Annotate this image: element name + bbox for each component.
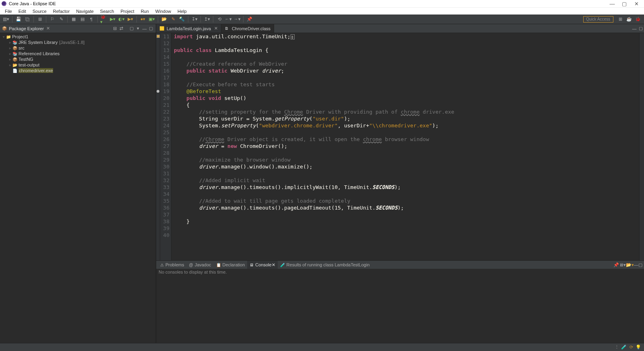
maximize-editor-icon[interactable]: ▢: [638, 24, 644, 33]
window-restore-button[interactable]: ▢: [618, 1, 630, 7]
forward-icon[interactable]: →▾: [233, 16, 241, 23]
updates-icon[interactable]: ⟳: [628, 345, 634, 350]
last-edit-icon[interactable]: ⟲: [216, 16, 223, 23]
tree-node-label: src: [19, 46, 25, 50]
menu-help[interactable]: Help: [174, 9, 190, 14]
window-minimize-button[interactable]: —: [606, 1, 618, 7]
wand-icon[interactable]: ✎: [58, 16, 65, 23]
menu-file[interactable]: File: [2, 9, 15, 14]
trim-vertical-dots-icon[interactable]: ⋮: [613, 345, 620, 350]
new-java-class-icon[interactable]: ●▾: [139, 16, 147, 23]
close-bottom-tab-icon[interactable]: ✕: [272, 262, 275, 268]
menu-search[interactable]: Search: [97, 9, 118, 14]
bottom-tab[interactable]: 🖥Console ✕: [247, 261, 277, 269]
menu-window[interactable]: Window: [152, 9, 174, 14]
coverage-icon[interactable]: ◐▾: [118, 16, 125, 23]
tree-item[interactable]: 📄chromedriver.exe: [0, 68, 156, 73]
tree-arrow-icon[interactable]: ▹: [8, 46, 12, 50]
tree-node-icon: 📦: [12, 46, 18, 50]
maximize-console-icon[interactable]: ▢: [638, 262, 642, 268]
link-editor-icon[interactable]: ⇄: [118, 26, 124, 31]
toggle-breadcrumb-icon[interactable]: ⊞: [36, 16, 43, 23]
bottom-tab-label: Results of running class LambdaTestLogin: [287, 262, 370, 267]
external-tools-icon[interactable]: ▶▾: [127, 16, 134, 23]
minimize-editor-icon[interactable]: —: [631, 24, 638, 33]
debug-icon[interactable]: 🐞▾: [100, 16, 107, 23]
bottom-tab-label: Declaration: [223, 262, 245, 267]
maximize-view-icon[interactable]: ▢: [148, 26, 154, 31]
close-tab-icon[interactable]: ✕: [214, 26, 218, 31]
pin-editor-icon[interactable]: 📌: [246, 16, 253, 23]
tree-arrow-icon[interactable]: ▹: [8, 63, 12, 67]
tree-arrow-icon[interactable]: ▹: [8, 41, 12, 44]
back-icon[interactable]: ←▾: [225, 16, 232, 23]
focus-task-icon[interactable]: ▢: [128, 26, 135, 31]
overview-ruler[interactable]: [639, 33, 644, 260]
save-icon[interactable]: 💾: [15, 16, 22, 23]
menu-source[interactable]: Source: [29, 9, 50, 14]
window-titlebar: Core Java - Eclipse IDE — ▢ ✕: [0, 0, 644, 7]
display-selected-console-icon[interactable]: 🖥▾: [619, 262, 626, 268]
tree-node-label: TestNG: [19, 57, 33, 62]
window-close-button[interactable]: ✕: [630, 1, 642, 7]
prev-annotation-icon[interactable]: ↥▾: [203, 16, 211, 23]
window-title: Core Java - Eclipse IDE: [9, 1, 56, 6]
open-perspective-icon[interactable]: ⊞: [617, 16, 624, 23]
minimize-view-icon[interactable]: —: [141, 26, 148, 31]
menu-project[interactable]: Project: [117, 9, 137, 14]
editor-tab-label: LambdaTestLogin.java: [167, 26, 211, 31]
java-perspective-icon[interactable]: ☕: [625, 16, 633, 23]
editor-tab[interactable]: 🗎ChromeDriver.class: [221, 24, 274, 33]
open-task-icon[interactable]: ✎: [169, 16, 177, 23]
view-menu-icon[interactable]: ▾: [135, 26, 141, 31]
tree-arrow-icon[interactable]: ▿: [2, 35, 6, 39]
sections-icon[interactable]: ▤: [79, 16, 86, 23]
tree-node-label: Project1: [12, 34, 28, 39]
tree-arrow-icon[interactable]: ▹: [8, 52, 12, 56]
tree-item[interactable]: ▹📦TestNG: [0, 56, 156, 62]
paragraph-icon[interactable]: ¶: [88, 16, 95, 23]
search-icon[interactable]: 🔦: [178, 16, 186, 23]
next-annotation-icon[interactable]: ↧▾: [191, 16, 198, 23]
bottom-tab[interactable]: ⚠Problems: [158, 261, 186, 269]
bottom-tab[interactable]: 🧪Results of running class LambdaTestLogi…: [278, 261, 372, 269]
open-console-icon[interactable]: 📂▾: [626, 262, 634, 268]
run-icon[interactable]: ▶▾: [109, 16, 116, 23]
tree-item[interactable]: ▹📦src: [0, 45, 156, 51]
quick-access-input[interactable]: Quick Access: [583, 16, 613, 23]
build-all-icon[interactable]: ▦: [70, 16, 77, 23]
pin-console-icon[interactable]: 📌: [613, 262, 619, 268]
menu-run[interactable]: Run: [138, 9, 152, 14]
minimize-console-icon[interactable]: —: [634, 262, 638, 267]
tree-item[interactable]: ▿📁Project1: [0, 34, 156, 39]
menu-edit[interactable]: Edit: [15, 9, 29, 14]
bottom-tab[interactable]: @Javadoc: [186, 261, 213, 269]
menu-navigate[interactable]: Navigate: [73, 9, 97, 14]
bottom-tab[interactable]: 📋Declaration: [214, 261, 248, 269]
collapse-all-icon[interactable]: ⊟: [111, 26, 118, 31]
editor-tab[interactable]: 🟨LambdaTestLogin.java✕: [156, 24, 221, 33]
main-toolbar: ▥▾ 💾 ⿻ ⊞ ⚐ ✎ ▦ ▤ ¶ 🐞▾ ▶▾ ◐▾ ▶▾ ●▾ ▣▾ 📂 ✎…: [0, 15, 644, 24]
tree-arrow-icon[interactable]: ▹: [8, 58, 12, 61]
tree-item[interactable]: ▹📚Referenced Libraries: [0, 51, 156, 56]
tree-item[interactable]: ▹📚JRE System Library[JavaSE-1.8]: [0, 39, 156, 45]
open-type-icon[interactable]: 📂: [161, 16, 168, 23]
bottom-tab-icon: ⚠: [160, 263, 164, 267]
package-explorer-tree[interactable]: ▿📁Project1▹📚JRE System Library[JavaSE-1.…: [0, 33, 156, 343]
skip-breakpoints-icon[interactable]: ⚐: [49, 16, 56, 23]
samples-icon[interactable]: 🧪: [621, 345, 627, 350]
tree-node-icon: 📄: [12, 69, 18, 73]
tree-item[interactable]: ▹📂test-output: [0, 62, 156, 68]
file-type-icon: 🗎: [225, 26, 230, 31]
code-editor[interactable]: + 11121314151617181920212223242526272829…: [156, 33, 644, 260]
save-all-icon[interactable]: ⿻: [24, 16, 31, 23]
bottom-tab-label: Javadoc: [195, 262, 211, 267]
debug-perspective-icon[interactable]: 🐞: [634, 16, 642, 23]
tree-node-icon: 📦: [12, 57, 18, 62]
menu-refactor[interactable]: Refactor: [50, 9, 73, 14]
bottom-tab-icon: 🧪: [280, 263, 285, 267]
new-icon[interactable]: ▥▾: [2, 16, 10, 23]
new-java-package-icon[interactable]: ▣▾: [148, 16, 155, 23]
package-explorer-close-icon[interactable]: ✕: [46, 26, 50, 31]
tip-icon[interactable]: 💡: [635, 345, 642, 350]
